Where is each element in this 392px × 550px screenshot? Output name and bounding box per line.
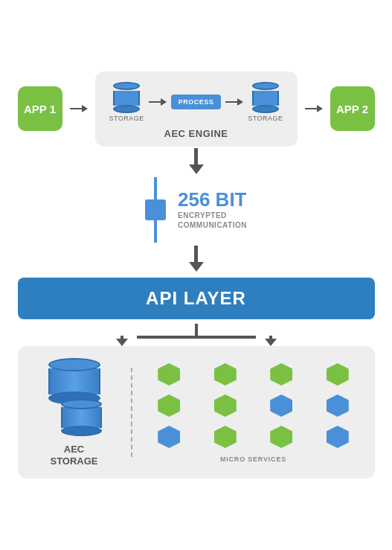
disk-body-r [252, 91, 279, 106]
cyl-top [48, 358, 100, 371]
blue-cube-icon [327, 394, 349, 417]
green-cube-icon [327, 363, 349, 386]
micro-service-cube [325, 362, 350, 387]
ms-grid [144, 362, 363, 450]
micro-service-cube [325, 393, 350, 418]
arrow-process-to-storage [225, 96, 243, 108]
micro-service-cube [156, 362, 181, 387]
split-arrow-left [116, 336, 128, 346]
head-right [265, 339, 277, 346]
encryption-connector: 256 BIT ENCRYPTED COMMUNICATION [145, 177, 247, 243]
aec-engine-box: STORAGE PROCESS STORAGE AEC ENGINE [95, 71, 298, 147]
green-cube-icon [158, 394, 180, 417]
micro-services-area: MICRO SERVICES [144, 362, 363, 463]
aec-storage-area: AEC STORAGE [30, 358, 119, 467]
shaft-bottom [154, 220, 157, 243]
encryption-text: 256 BIT ENCRYPTED COMMUNICATION [178, 190, 247, 230]
shaft [194, 148, 198, 164]
storage-left-icon [113, 82, 140, 113]
disk-top-r [252, 82, 279, 90]
bottom-section: AEC STORAGE MICRO SERVICES [18, 346, 375, 479]
cyl-body [48, 368, 100, 394]
cyl2-bottom [61, 426, 102, 436]
bit-label: 256 BIT [178, 190, 247, 209]
engine-inner-row: STORAGE PROCESS STORAGE [109, 82, 283, 122]
head [189, 164, 204, 174]
split-arrow-right [265, 336, 277, 346]
disk-bottom [113, 105, 140, 113]
green-cube-icon [214, 426, 237, 448]
arrow-engine-down [189, 148, 204, 174]
process-box: PROCESS [171, 95, 222, 109]
cyl2-body [61, 407, 102, 428]
arrow-app1-to-engine [70, 103, 88, 115]
micro-service-cube [213, 393, 238, 418]
shaft2 [194, 246, 198, 262]
connector-block [145, 199, 166, 220]
disk-bottom-r [252, 105, 279, 113]
micro-service-cube [269, 393, 294, 418]
arrow-engine-to-app2 [305, 103, 323, 115]
dashed-divider [131, 368, 132, 457]
storage-right: STORAGE [248, 82, 283, 122]
micro-services-label: MICRO SERVICES [220, 455, 286, 463]
green-cube-icon [158, 363, 180, 386]
api-layer: API LAYER [18, 278, 375, 319]
micro-service-cube [156, 393, 181, 418]
micro-service-cube [213, 424, 238, 450]
arrow-enc-down [189, 246, 204, 272]
arrow-storage-to-process [149, 96, 167, 108]
storage-left-label: STORAGE [109, 115, 144, 122]
micro-service-cube [325, 424, 350, 450]
diagram: APP 1 STORAGE PROCESS [18, 71, 375, 479]
storage-right-label: STORAGE [248, 115, 283, 122]
enc-pipe [145, 177, 166, 243]
micro-service-cube [213, 362, 238, 387]
encryption-section: 256 BIT ENCRYPTED COMMUNICATION [145, 177, 247, 243]
split-arrows [18, 324, 375, 346]
green-cube-icon [270, 363, 292, 386]
disk-top [113, 82, 140, 90]
shaft-top [154, 177, 157, 199]
green-cube-icon [214, 394, 237, 417]
blue-cube-icon [158, 426, 180, 448]
head-left [116, 339, 128, 346]
top-row: APP 1 STORAGE PROCESS [18, 71, 375, 147]
storage-left: STORAGE [109, 82, 144, 122]
micro-service-cube [156, 424, 181, 450]
green-cube-icon [270, 426, 292, 448]
storage-stack [46, 358, 102, 436]
disk-body [113, 91, 140, 106]
green-cube-icon [214, 363, 237, 386]
blue-cube-icon [270, 394, 292, 417]
cyl2-top [61, 399, 102, 409]
head2 [189, 262, 204, 272]
cylinder-small [61, 399, 102, 436]
app2-box: APP 2 [330, 86, 375, 131]
micro-service-cube [269, 424, 294, 450]
cylinder-large [48, 358, 100, 405]
blue-cube-icon [327, 426, 349, 448]
aec-engine-label: AEC ENGINE [164, 128, 228, 139]
aec-storage-label: AEC STORAGE [50, 444, 97, 467]
enc-desc: ENCRYPTED COMMUNICATION [178, 211, 247, 230]
storage-right-icon [252, 82, 279, 113]
micro-service-cube [269, 362, 294, 387]
app1-box: APP 1 [18, 86, 62, 131]
